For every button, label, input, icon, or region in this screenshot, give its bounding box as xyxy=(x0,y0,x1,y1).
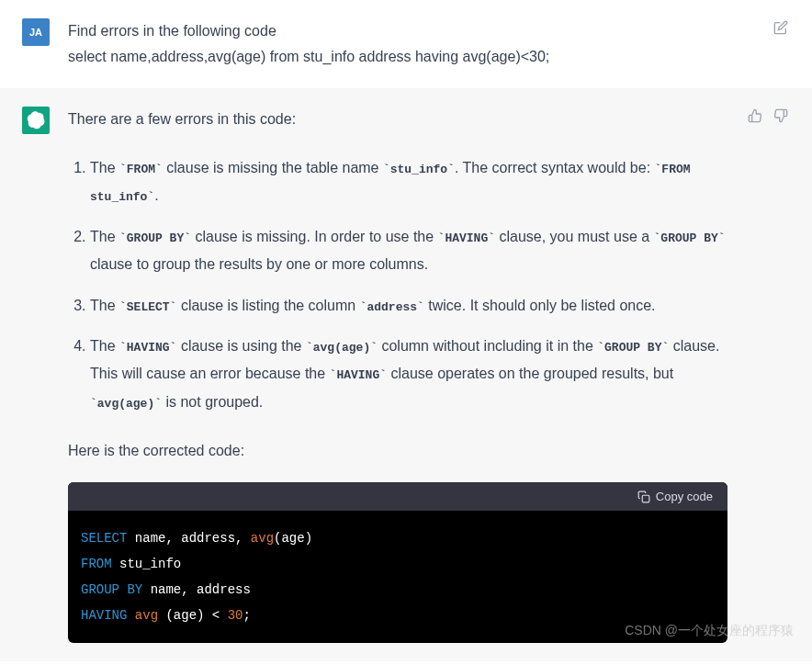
user-actions xyxy=(772,18,790,70)
inline-code: `address` xyxy=(360,300,424,314)
list-item: The `SELECT` clause is listing the colum… xyxy=(90,292,727,320)
assistant-message: There are a few errors in this code: The… xyxy=(0,88,812,661)
intro-text: There are a few errors in this code: xyxy=(68,107,727,132)
user-text-line1: Find errors in the following code xyxy=(68,18,753,44)
copy-code-button[interactable]: Copy code xyxy=(637,490,713,503)
svg-rect-0 xyxy=(642,495,649,502)
inline-code: `avg(age)` xyxy=(306,341,378,355)
clipboard-icon xyxy=(637,490,650,503)
edit-icon[interactable] xyxy=(772,18,790,37)
list-item: The `HAVING` clause is using the `avg(ag… xyxy=(90,332,727,416)
inline-code: `HAVING` xyxy=(330,368,387,382)
user-message: JA Find errors in the following code sel… xyxy=(0,0,812,88)
inline-code: `SELECT` xyxy=(119,300,176,314)
user-avatar: JA xyxy=(22,18,50,46)
inline-code: `avg(age)` xyxy=(90,397,162,411)
list-item: The `GROUP BY` clause is missing. In ord… xyxy=(90,223,727,279)
inline-code: `stu_info` xyxy=(383,163,455,176)
user-content: Find errors in the following code select… xyxy=(68,18,753,70)
inline-code: `GROUP BY` xyxy=(597,341,669,355)
thumbs-up-icon[interactable] xyxy=(746,107,764,125)
avatar-initials: JA xyxy=(29,27,42,38)
error-list: The `FROM` clause is missing the table n… xyxy=(68,154,727,416)
code-line: HAVING avg (age) < 30; xyxy=(81,603,715,628)
code-block: Copy code SELECT name, address, avg(age)… xyxy=(68,482,727,643)
inline-code: `HAVING` xyxy=(438,231,495,245)
watermark: CSDN @一个处女座的程序猿 xyxy=(625,623,794,639)
code-line: SELECT name, address, avg(age) xyxy=(81,525,715,551)
assistant-avatar xyxy=(22,107,50,134)
user-text-line2: select name,address,avg(age) from stu_in… xyxy=(68,44,753,70)
outro-text: Here is the corrected code: xyxy=(68,438,727,464)
inline-code: `FROM` xyxy=(119,163,163,176)
thumbs-down-icon[interactable] xyxy=(772,107,790,125)
inline-code: `GROUP BY` xyxy=(119,231,191,245)
assistant-content: There are a few errors in this code: The… xyxy=(68,107,727,643)
list-item: The `FROM` clause is missing the table n… xyxy=(90,154,727,210)
code-line: FROM stu_info xyxy=(81,551,715,577)
copy-label: Copy code xyxy=(656,490,713,503)
code-line: GROUP BY name, address xyxy=(81,577,715,603)
inline-code: `GROUP BY` xyxy=(654,231,726,245)
assistant-actions xyxy=(746,107,790,643)
code-header: Copy code xyxy=(68,482,727,511)
inline-code: `HAVING` xyxy=(119,341,176,355)
